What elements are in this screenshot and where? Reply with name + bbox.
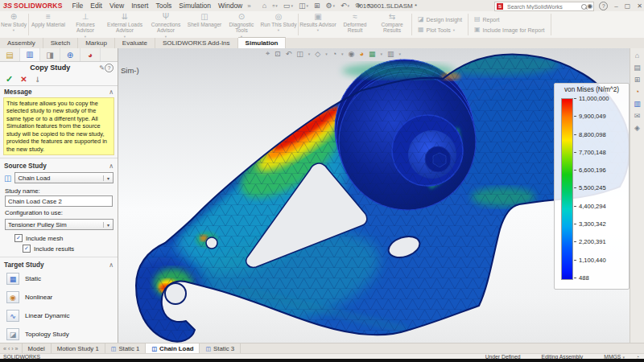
target-linear-dynamic[interactable]: ∿ Linear Dynamic (0, 306, 118, 325)
appearances-icon[interactable]: ◔ (635, 88, 639, 96)
design-insight-button[interactable]: ◪ Design Insight (418, 15, 462, 23)
restore-button[interactable]: ▢ (625, 2, 631, 10)
zoom-to-area-icon[interactable]: ⊡ (275, 50, 281, 58)
zoom-to-fit-icon[interactable]: ⌖ (266, 49, 270, 58)
view-orientation-icon[interactable]: ◇ (315, 50, 320, 58)
file-explorer-icon[interactable]: ⊞ (634, 76, 641, 84)
tab-displaymanager[interactable]: ◕ (80, 48, 101, 61)
hide-show-items-icon[interactable]: ◉ (349, 50, 355, 58)
deformed-result-button[interactable]: ≈ Deformed Result (336, 11, 374, 38)
diagnostic-tools-button[interactable]: ⊙ Diagnostic Tools ▾ (223, 11, 260, 38)
study-tab-icon: ◫ (205, 346, 211, 352)
source-study-select[interactable]: Chain Load ▾ (14, 172, 114, 183)
edit-appearance-icon[interactable]: ◕ (359, 50, 363, 58)
previous-tab-icon[interactable]: ‹ (8, 346, 10, 352)
user-account-icon[interactable]: ◉ (587, 2, 592, 10)
message-section-header[interactable]: Message ∧ (0, 86, 118, 97)
fixtures-advisor-button[interactable]: ⊥ Fixtures Advisor ▾ (67, 11, 104, 38)
cancel-button[interactable]: ✕ (20, 75, 27, 84)
shell-manager-button[interactable]: ◫ Shell Manager (186, 11, 223, 38)
target-nonlinear[interactable]: ◉ Nonlinear (0, 288, 118, 306)
home-button[interactable]: ⌂ (262, 2, 266, 10)
help-icon[interactable]: ? (599, 2, 608, 10)
menu-tools[interactable]: Tools (155, 2, 171, 10)
ok-button[interactable]: ✓ (6, 74, 13, 84)
panel-header: Copy Study ✎ ? (0, 62, 118, 73)
minimize-button[interactable]: – (614, 2, 617, 10)
keep-visible-pin-icon[interactable]: ⊸ (33, 76, 41, 83)
message-box: This feature allows you to copy the sele… (3, 97, 114, 155)
menu-edit[interactable]: Edit (90, 2, 102, 10)
feedback-icon[interactable]: ✎ (99, 64, 105, 72)
include-image-for-report-button[interactable]: ▣ Include Image for Report (474, 26, 545, 34)
forum-icon[interactable]: ✉ (634, 112, 641, 120)
menu-view[interactable]: View (109, 2, 124, 10)
last-tab-icon[interactable]: » (15, 346, 19, 352)
panel-help-icon[interactable]: ? (105, 64, 114, 72)
external-loads-advisor-button[interactable]: ⇊ External Loads Advisor ▾ (104, 11, 146, 38)
previous-view-icon[interactable]: ↶ (286, 50, 292, 58)
resources-icon[interactable]: ⌂ (635, 51, 639, 60)
legend-value-row: 2,200,391 (574, 238, 609, 245)
tab-simulation[interactable]: Simulation (238, 37, 287, 48)
search-input[interactable] (506, 3, 579, 10)
tab-sketch[interactable]: Sketch (43, 38, 78, 48)
design-library-icon[interactable]: ▤ (634, 64, 641, 72)
menu-insert[interactable]: Insert (131, 2, 148, 10)
tab-configurationmanager[interactable]: ◨ (40, 48, 60, 61)
compare-results-button[interactable]: ⇆ Compare Results (374, 11, 411, 38)
tab-solidworks-addins[interactable]: SOLIDWORKS Add-Ins (155, 38, 238, 48)
open-button[interactable]: ▭▾ (283, 2, 293, 10)
solidworks-search-icon: S (497, 3, 503, 10)
results-advisor-button[interactable]: ▣ Results Advisor ▾ (299, 11, 336, 38)
tab-assembly[interactable]: Assembly (0, 38, 43, 48)
configuration-select[interactable]: Tensioner Pulley Sim ▾ (5, 219, 114, 230)
include-results-row[interactable]: ✓ Include results (0, 242, 118, 253)
new-study-icon: ⊕ (10, 13, 17, 21)
connections-advisor-button[interactable]: Ψ Connections Advisor ▾ (146, 11, 186, 38)
study-name-input[interactable] (6, 197, 112, 206)
tab-propertymanager[interactable]: ▥ (20, 48, 40, 61)
target-study-section-header[interactable]: Target Study ∧ (0, 259, 118, 269)
new-document-button[interactable]: ▫▾ (272, 2, 278, 10)
first-tab-icon[interactable]: « (3, 346, 6, 352)
ribbon-separator (298, 14, 299, 35)
custom-properties-icon[interactable]: ▥ (634, 100, 641, 108)
source-study-section-header[interactable]: Source Study ∧ (0, 160, 118, 171)
view-settings-icon[interactable]: ▥ (387, 50, 394, 58)
task-pane: ⌂ ▤ ⊞ ◔ ▥ ✉ ◈ (630, 48, 644, 346)
home-panel-icon[interactable]: ◈ (634, 124, 640, 132)
apply-material-button[interactable]: ≡ Apply Material (30, 11, 67, 38)
report-button[interactable]: ▤ Report (474, 15, 545, 23)
diagnostic-tools-icon: ⊙ (238, 13, 245, 21)
menu-window[interactable]: Window (218, 2, 242, 10)
target-topology-study[interactable]: ◪ Topology Study (0, 325, 118, 343)
include-mesh-checkbox[interactable]: ✓ (14, 234, 23, 242)
study-name-label: Study name: (0, 185, 118, 195)
menu-pin-icon[interactable]: » (247, 2, 250, 10)
new-study-button[interactable]: ⊕ New Study ▾ (0, 11, 27, 38)
tab-evaluate[interactable]: Evaluate (115, 38, 155, 48)
apply-scene-icon[interactable]: ▦ (369, 50, 376, 58)
dimxpert-icon: ⊕ (67, 51, 73, 60)
run-this-study-button[interactable]: ◎ Run This Study ▾ (260, 11, 297, 38)
tab-markup[interactable]: Markup (78, 38, 115, 48)
linear-dynamic-study-icon: ∿ (6, 310, 19, 322)
ribbon-separator (28, 14, 29, 35)
display-style-icon[interactable]: ◔ (332, 50, 336, 58)
von-mises-legend: von Mises (N/m^2) 11,000,000 9,900,049 8… (554, 83, 630, 290)
manager-tabs: ▤ ▥ ◨ ⊕ ◕ (0, 48, 118, 62)
plot-tools-button[interactable]: ▦ Plot Tools ▾ (418, 26, 462, 34)
include-mesh-row[interactable]: ✓ Include mesh (0, 232, 118, 242)
menu-file[interactable]: File (72, 2, 84, 10)
next-tab-icon[interactable]: › (11, 346, 13, 352)
target-static[interactable]: ▦ Static (0, 269, 118, 288)
divider (0, 158, 118, 158)
include-results-checkbox[interactable]: ✓ (23, 245, 31, 253)
section-view-icon[interactable]: ◫ (296, 50, 303, 58)
tab-featuremanager[interactable]: ▤ (0, 48, 20, 61)
close-button[interactable]: ✕ (637, 2, 642, 10)
menu-simulation[interactable]: Simulation (179, 2, 211, 10)
tab-dimxpertmanager[interactable]: ⊕ (60, 48, 80, 61)
search-box[interactable]: S ▾ (494, 2, 594, 11)
